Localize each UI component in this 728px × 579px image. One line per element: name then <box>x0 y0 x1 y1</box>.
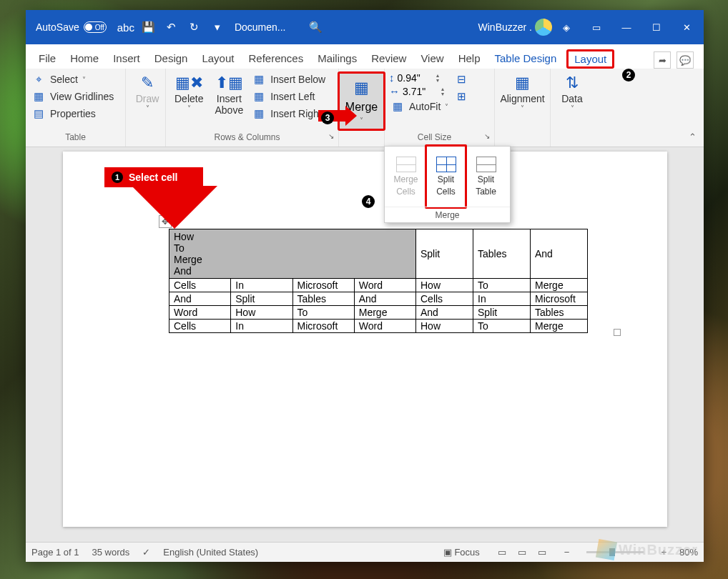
tab-layout[interactable]: Layout <box>195 48 241 69</box>
table-row: CellsInMicrosoftWordHowToMerge <box>169 279 588 292</box>
close-button[interactable]: ✕ <box>672 17 701 37</box>
word-window: AutoSave Off abc 💾 ↶ ↻ ▾ Documen... 🔍 Wi… <box>26 10 704 562</box>
insert-left-icon: ▦ <box>252 90 266 103</box>
page-indicator[interactable]: Page 1 of 1 <box>31 547 79 558</box>
distribute-cols-button[interactable]: ⊞ <box>453 89 470 104</box>
zoom-out-button[interactable]: − <box>564 547 570 558</box>
gridlines-icon: ▦ <box>31 90 46 103</box>
merge-cells-item: MergeCells <box>385 147 427 207</box>
tab-insert[interactable]: Insert <box>106 48 147 69</box>
properties-icon: ▤ <box>31 107 46 120</box>
autosave-label: AutoSave <box>36 21 79 33</box>
search-button[interactable]: 🔍 <box>305 17 325 37</box>
table-resize-handle[interactable] <box>614 329 621 336</box>
page: 1 Select cell ✥ How To Merge And Split T… <box>63 152 667 527</box>
alignment-button[interactable]: ▦Alignment˅ <box>499 70 546 115</box>
distribute-rows-button[interactable]: ⊟ <box>453 71 470 87</box>
merge-dropdown-button[interactable]: ▦ Merge ˅ <box>338 71 385 131</box>
document-title[interactable]: Documen... <box>235 21 286 33</box>
read-mode-button[interactable]: ▭ <box>493 545 511 560</box>
insert-left-button[interactable]: ▦Insert Left <box>250 89 327 104</box>
rows-cols-group-label: Rows & Columns <box>214 132 280 142</box>
account-name[interactable]: WinBuzzer . <box>478 21 532 33</box>
data-icon: ⇅ <box>561 73 583 93</box>
autofit-button[interactable]: ▦AutoFit˅ <box>389 99 450 114</box>
comments-button[interactable]: 💬 <box>677 51 694 69</box>
view-gridlines-button[interactable]: ▦View Gridlines <box>30 89 115 104</box>
tab-references[interactable]: References <box>241 48 310 69</box>
table-row: How To Merge And Split Tables And <box>169 229 588 279</box>
ribbon-tabs: File Home Insert Design Layout Reference… <box>26 44 704 69</box>
properties-button[interactable]: ▤Properties <box>30 106 115 122</box>
merge-dropdown-panel: MergeCells SplitCells SplitTable Merge <box>384 146 511 223</box>
data-button[interactable]: ⇅Data˅ <box>555 70 589 115</box>
watermark: WinBuzzer <box>597 540 698 559</box>
draw-button: ✎Draw˅ <box>130 70 164 115</box>
tab-file[interactable]: File <box>31 48 63 69</box>
undo-button[interactable]: ↶ <box>162 17 182 37</box>
try-premium-icon[interactable]: ◈ <box>552 17 581 37</box>
tab-table-layout[interactable]: Layout <box>566 49 614 69</box>
titlebar: AutoSave Off abc 💾 ↶ ↻ ▾ Documen... 🔍 Wi… <box>26 10 704 44</box>
user-avatar[interactable] <box>535 19 552 36</box>
autofit-icon: ▦ <box>390 100 405 113</box>
autosave-toggle[interactable]: AutoSave Off <box>29 21 112 33</box>
focus-mode-button[interactable]: ▣ Focus <box>443 547 480 558</box>
cursor-icon: ⌖ <box>31 73 46 86</box>
distribute-rows-icon: ⊟ <box>454 73 468 86</box>
insert-below-button[interactable]: ▦Insert Below <box>250 71 327 87</box>
annotation-select-cell: 1 Select cell <box>104 167 203 187</box>
tab-mailings[interactable]: Mailings <box>310 48 364 69</box>
redo-button[interactable]: ↻ <box>185 17 205 37</box>
insert-above-button[interactable]: ⬆▦InsertAbove <box>210 70 247 119</box>
qat-customize[interactable]: ▾ <box>207 17 227 37</box>
share-button[interactable]: ➦ <box>654 51 671 69</box>
tab-help[interactable]: Help <box>451 48 488 69</box>
web-layout-button[interactable]: ▭ <box>533 545 551 560</box>
delete-button[interactable]: ▦✖Delete˅ <box>170 70 207 115</box>
height-icon: ↕ <box>389 71 395 84</box>
insert-right-button[interactable]: ▦Insert Right <box>250 106 327 122</box>
annotation-badge-2: 2 <box>622 69 635 81</box>
cellsize-group-label: Cell Size <box>418 132 451 142</box>
word-count[interactable]: 35 words <box>92 547 130 558</box>
tab-view[interactable]: View <box>413 48 451 69</box>
autosave-state: Off <box>95 24 104 31</box>
merge-dropdown-label: Merge <box>385 207 510 222</box>
split-table-item[interactable]: SplitTable <box>465 147 507 207</box>
merged-cell[interactable]: How To Merge And <box>169 229 416 279</box>
document-table[interactable]: How To Merge And Split Tables And CellsI… <box>169 229 588 333</box>
save-button[interactable]: 💾 <box>139 17 159 37</box>
print-layout-button[interactable]: ▭ <box>513 545 531 560</box>
spellcheck-icon[interactable]: ✓ <box>142 547 150 558</box>
delete-table-icon: ▦✖ <box>178 73 200 93</box>
tab-home[interactable]: Home <box>63 48 106 69</box>
pencil-icon: ✎ <box>137 73 158 93</box>
strikethrough-button[interactable]: abc <box>116 17 136 37</box>
insert-right-icon: ▦ <box>252 107 266 120</box>
table-row: AndSplitTablesAndCellsInMicrosoft <box>169 292 588 306</box>
alignment-icon: ▦ <box>512 73 533 93</box>
split-cells-item[interactable]: SplitCells <box>425 144 467 209</box>
tab-review[interactable]: Review <box>364 48 413 69</box>
select-button[interactable]: ⌖Select˅ <box>30 71 115 87</box>
collapse-ribbon-button[interactable]: ⌃ <box>689 132 697 142</box>
column-width-input[interactable]: ↔3.71"▴▾ <box>389 85 450 97</box>
distribute-cols-icon: ⊞ <box>454 90 468 103</box>
row-height-input[interactable]: ↕0.94"▴▾ <box>389 71 450 84</box>
table-row: CellsInMicrosoftWordHowToMerge <box>169 320 588 333</box>
table-row: WordHowToMergeAndSplitTables <box>169 306 588 320</box>
tab-design[interactable]: Design <box>147 48 195 69</box>
ribbon: ⌖Select˅ ▦View Gridlines ▤Properties Tab… <box>26 69 704 147</box>
tab-table-design[interactable]: Table Design <box>488 48 564 69</box>
table-group-label: Table <box>30 132 121 147</box>
minimize-button[interactable]: — <box>612 17 641 37</box>
dialog-launcher-icon[interactable]: ↘ <box>484 132 490 140</box>
annotation-badge-4: 4 <box>362 195 375 208</box>
annotation-tail <box>132 186 217 229</box>
language-indicator[interactable]: English (United States) <box>163 547 258 558</box>
maximize-button[interactable]: ☐ <box>642 17 671 37</box>
annotation-badge-3: 3 <box>321 112 334 124</box>
ribbon-display-icon[interactable]: ▭ <box>582 17 611 37</box>
dialog-launcher-icon[interactable]: ↘ <box>328 132 334 140</box>
